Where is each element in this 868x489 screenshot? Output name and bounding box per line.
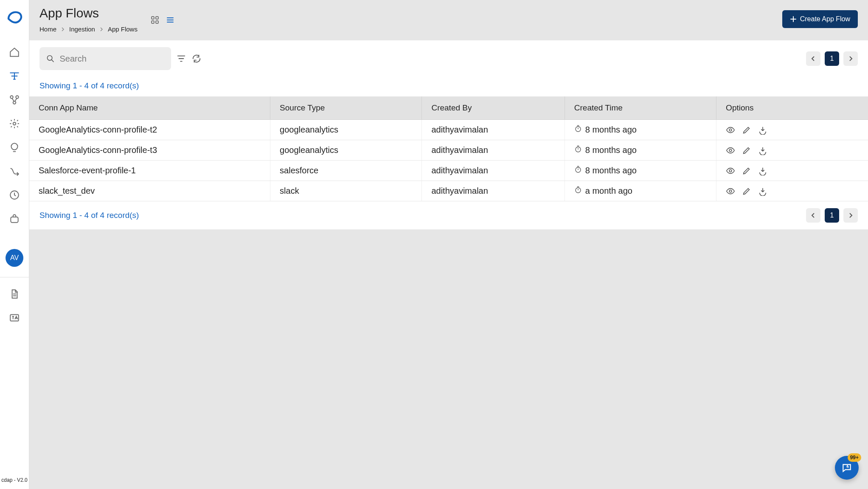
breadcrumb-current: App Flows <box>108 25 138 33</box>
svg-point-4 <box>11 143 17 150</box>
download-icon[interactable] <box>758 146 767 155</box>
edit-icon[interactable] <box>742 187 751 196</box>
th-createdby[interactable]: Created By <box>422 96 565 120</box>
cell-source: googleanalytics <box>270 140 422 161</box>
download-icon[interactable] <box>758 125 767 135</box>
sidebar-divider <box>0 277 29 277</box>
download-icon[interactable] <box>758 187 767 196</box>
view-icon[interactable] <box>726 146 735 155</box>
records-count-bottom: Showing 1 - 4 of 4 record(s) <box>39 211 139 220</box>
nav-routes-icon[interactable] <box>8 165 21 178</box>
svg-point-0 <box>10 96 13 99</box>
table-row: GoogleAnalytics-conn-profile-t3googleana… <box>29 140 868 161</box>
view-icon[interactable] <box>726 187 735 196</box>
svg-point-18 <box>729 170 732 172</box>
nav-group: AV <box>6 46 23 267</box>
cell-source: salesforce <box>270 161 422 181</box>
cell-options <box>716 161 868 181</box>
breadcrumb-home[interactable]: Home <box>39 25 56 33</box>
svg-point-2 <box>13 101 16 104</box>
cell-createdtime: 8 months ago <box>565 161 716 181</box>
version-label: cdap - V2.0 <box>1 477 27 483</box>
cell-source: googleanalytics <box>270 120 422 140</box>
edit-icon[interactable] <box>742 146 751 155</box>
cell-name[interactable]: GoogleAnalytics-conn-profile-t3 <box>29 140 270 161</box>
refresh-icon[interactable] <box>191 54 202 64</box>
pager-prev-button[interactable] <box>806 51 820 66</box>
cell-createdby: adithyavimalan <box>422 140 565 161</box>
timer-icon <box>574 186 582 196</box>
create-button-label: Create App Flow <box>800 15 850 23</box>
cell-options <box>716 120 868 140</box>
th-source[interactable]: Source Type <box>270 96 422 120</box>
nav-clock-icon[interactable] <box>8 189 21 201</box>
header: App Flows Home Ingestion App Flows <box>29 0 868 40</box>
nav-home-icon[interactable] <box>8 46 21 59</box>
search-input[interactable] <box>60 54 165 64</box>
timer-icon <box>574 125 582 135</box>
breadcrumb: Home Ingestion App Flows <box>39 25 138 33</box>
cell-name[interactable]: GoogleAnalytics-conn-profile-t2 <box>29 120 270 140</box>
cell-createdby: adithyavimalan <box>422 161 565 181</box>
th-createdtime[interactable]: Created Time <box>565 96 716 120</box>
cell-createdtime: 8 months ago <box>565 120 716 140</box>
list-view-button[interactable] <box>166 15 175 25</box>
svg-point-16 <box>729 149 732 152</box>
timer-icon <box>574 166 582 175</box>
nav-settings-icon[interactable] <box>8 117 21 130</box>
pager-bottom: 1 <box>806 208 858 223</box>
pager-current-page[interactable]: 1 <box>825 208 839 223</box>
nav-workflow-icon[interactable] <box>8 93 21 106</box>
breadcrumb-ingestion[interactable]: Ingestion <box>69 25 95 33</box>
cell-source: slack <box>270 181 422 201</box>
timer-icon <box>574 145 582 155</box>
nav-file-icon[interactable] <box>8 288 21 300</box>
pager-current-page[interactable]: 1 <box>825 51 839 66</box>
cell-createdby: adithyavimalan <box>422 120 565 140</box>
create-app-flow-button[interactable]: Create App Flow <box>782 10 858 28</box>
view-toggle <box>150 15 175 25</box>
svg-point-14 <box>729 129 732 131</box>
pager-next-button[interactable] <box>843 208 858 223</box>
toolbar: 1 <box>29 40 868 77</box>
nav-translate-icon[interactable] <box>8 311 21 324</box>
cell-createdtime: a month ago <box>565 181 716 201</box>
th-name[interactable]: Conn App Name <box>29 96 270 120</box>
search-wrap <box>39 47 171 70</box>
chat-fab[interactable]: 99+ <box>835 456 859 480</box>
pager-prev-button[interactable] <box>806 208 820 223</box>
svg-rect-6 <box>11 217 18 223</box>
svg-rect-11 <box>156 21 158 23</box>
content-card: 1 Showing 1 - 4 of 4 record(s) Conn App … <box>29 40 868 229</box>
cell-name[interactable]: Salesforce-event-profile-1 <box>29 161 270 181</box>
download-icon[interactable] <box>758 166 767 175</box>
avatar[interactable]: AV <box>6 249 23 267</box>
svg-point-21 <box>846 466 847 467</box>
view-icon[interactable] <box>726 125 735 135</box>
nav-pipeline-icon[interactable] <box>8 70 21 82</box>
svg-rect-10 <box>152 21 154 23</box>
th-options: Options <box>716 96 868 120</box>
chevron-right-icon <box>99 25 104 33</box>
svg-point-1 <box>16 96 19 99</box>
sidebar: AV cdap - V2.0 <box>0 0 29 489</box>
view-icon[interactable] <box>726 166 735 175</box>
edit-icon[interactable] <box>742 125 751 135</box>
search-icon <box>46 54 55 63</box>
svg-rect-8 <box>152 17 154 19</box>
data-table: Conn App Name Source Type Created By Cre… <box>29 96 868 201</box>
filter-icon[interactable] <box>176 54 186 64</box>
table-row: Salesforce-event-profile-1salesforceadit… <box>29 161 868 181</box>
pager-next-button[interactable] <box>843 51 858 66</box>
grid-view-button[interactable] <box>150 15 160 25</box>
records-count-top: Showing 1 - 4 of 4 record(s) <box>29 77 868 96</box>
cell-options <box>716 181 868 201</box>
pager-top: 1 <box>806 51 858 66</box>
svg-point-20 <box>729 190 732 192</box>
edit-icon[interactable] <box>742 166 751 175</box>
nav-alerts-icon[interactable] <box>8 141 21 154</box>
cell-name[interactable]: slack_test_dev <box>29 181 270 201</box>
nav-bag-icon[interactable] <box>8 212 21 225</box>
logo <box>6 8 23 25</box>
svg-rect-9 <box>156 17 158 19</box>
